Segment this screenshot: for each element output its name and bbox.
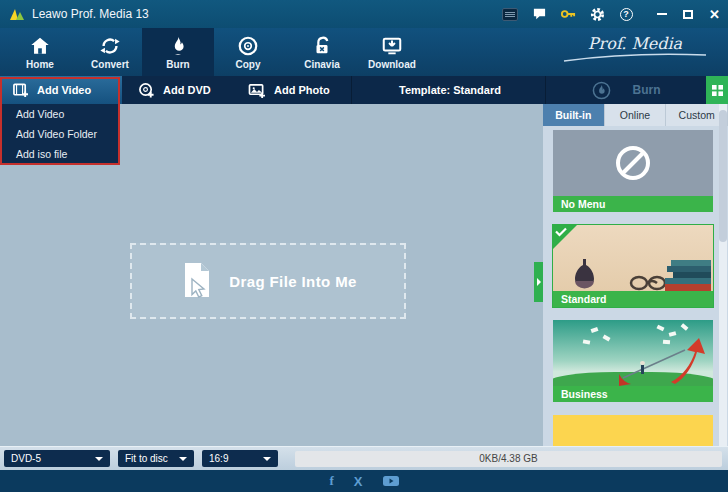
nav-tab-convert[interactable]: Convert	[75, 28, 145, 76]
template-business[interactable]: Business	[553, 320, 713, 402]
disc-settings-bar: DVD-5 Fit to disc 16:9 0KB/4.38 GB	[0, 446, 728, 470]
template-tabs: Built-in Online Custom	[543, 104, 728, 126]
scrollbar-thumb[interactable]	[719, 110, 727, 242]
selected-check-icon	[553, 225, 577, 249]
chevron-down-icon	[263, 457, 271, 461]
nav-tab-download[interactable]: Download	[357, 28, 427, 76]
disc-type-select[interactable]: DVD-5	[4, 450, 110, 467]
key-icon[interactable]	[560, 6, 576, 22]
chat-icon[interactable]	[531, 6, 547, 22]
tab-online[interactable]: Online	[605, 104, 667, 126]
collapse-panel-handle[interactable]	[534, 262, 543, 302]
template-list: No Menu	[553, 130, 713, 446]
bundle-icon[interactable]	[502, 6, 518, 22]
disc-icon	[236, 35, 260, 57]
help-icon[interactable]: ?	[618, 6, 634, 22]
close-icon[interactable]: ✕	[709, 8, 720, 21]
x-twitter-icon[interactable]: X	[354, 474, 363, 489]
nav-tab-cinavia[interactable]: Cinavia	[287, 28, 357, 76]
menu-item-add-iso-file[interactable]: Add iso file	[2, 144, 118, 164]
template-label: No Menu	[553, 196, 713, 212]
drag-file-icon	[179, 261, 213, 301]
action-toolbar: Add Video Add DVD Add Photo Template: St…	[0, 76, 728, 104]
add-dvd-button[interactable]: Add DVD	[130, 76, 240, 104]
template-partial[interactable]	[553, 415, 713, 446]
convert-icon	[98, 35, 122, 57]
template-selector[interactable]: Template: Standard	[375, 76, 525, 104]
no-menu-icon	[613, 143, 653, 183]
burn-button[interactable]: Burn	[545, 76, 706, 104]
person-art	[641, 365, 644, 374]
nav-tab-copy[interactable]: Copy	[213, 28, 283, 76]
nav-tab-burn[interactable]: Burn	[142, 28, 214, 76]
brand-logo: Prof. Media	[560, 34, 710, 63]
leawo-logo-icon	[8, 6, 26, 22]
main-navbar: Home Convert Burn Copy	[0, 28, 728, 76]
template-label: Standard	[553, 291, 713, 307]
template-no-menu[interactable]: No Menu	[553, 130, 713, 212]
add-photo-icon	[248, 83, 266, 98]
drop-zone-text: Drag File Into Me	[229, 273, 357, 290]
template-label: Business	[553, 386, 713, 402]
minimize-icon[interactable]	[657, 13, 667, 15]
arrow-art	[553, 320, 713, 386]
add-video-dropdown: Add Video Add Video Folder Add iso file	[2, 104, 118, 164]
youtube-icon[interactable]	[383, 475, 399, 487]
facebook-icon[interactable]: f	[329, 473, 333, 489]
template-standard[interactable]: Standard	[553, 225, 713, 307]
fit-mode-select[interactable]: Fit to disc	[118, 450, 194, 467]
grid-icon	[712, 85, 723, 96]
books-art	[665, 260, 711, 291]
add-video-icon	[12, 83, 29, 98]
add-photo-button[interactable]: Add Photo	[240, 76, 350, 104]
chevron-right-icon	[537, 278, 541, 286]
burn-flame-icon	[166, 35, 190, 57]
app-window: Leawo Prof. Media 13 ?	[0, 0, 728, 492]
gear-icon[interactable]	[589, 6, 605, 22]
unlock-mute-icon	[310, 35, 334, 57]
chevron-down-icon	[179, 457, 187, 461]
tab-built-in[interactable]: Built-in	[543, 104, 605, 126]
burn-disc-icon	[592, 81, 611, 100]
aspect-ratio-select[interactable]: 16:9	[202, 450, 278, 467]
nav-tab-home[interactable]: Home	[5, 28, 75, 76]
layout-grid-button[interactable]	[706, 76, 728, 104]
window-title: Leawo Prof. Media 13	[32, 7, 149, 21]
capacity-progress-bar: 0KB/4.38 GB	[295, 451, 722, 467]
add-video-button[interactable]: Add Video	[0, 76, 122, 104]
menu-item-add-video-folder[interactable]: Add Video Folder	[2, 124, 118, 144]
social-footer: f X	[0, 470, 728, 492]
drag-drop-zone[interactable]: Drag File Into Me	[130, 243, 406, 319]
template-sidebar: Built-in Online Custom No Menu	[543, 104, 728, 446]
maximize-icon[interactable]	[683, 10, 693, 19]
sidebar-scrollbar	[719, 104, 727, 446]
download-icon	[380, 35, 404, 57]
titlebar: Leawo Prof. Media 13 ?	[0, 0, 728, 28]
chevron-down-icon	[95, 457, 103, 461]
add-dvd-icon	[138, 82, 155, 98]
menu-item-add-video[interactable]: Add Video	[2, 104, 118, 124]
brand-text: Prof. Media	[588, 34, 682, 53]
home-icon	[28, 35, 52, 57]
